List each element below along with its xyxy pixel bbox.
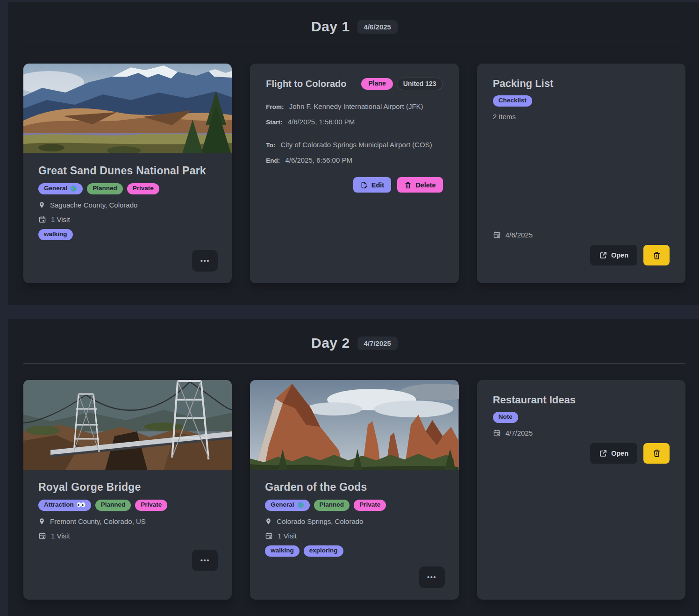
category-label: General xyxy=(44,185,67,193)
red-rocks-illustration xyxy=(250,380,458,470)
place-badges: General Planned Private xyxy=(38,183,218,194)
start-label: Start: xyxy=(266,119,282,126)
items-count: 2 Items xyxy=(493,113,670,121)
edit-label: Edit xyxy=(371,181,384,189)
royal-gorge-photo xyxy=(23,380,232,470)
delete-button[interactable]: Delete xyxy=(397,177,443,193)
great-sand-dunes-photo xyxy=(23,64,232,153)
map-pin-icon xyxy=(38,517,45,525)
place-badges: General Planned Private xyxy=(265,500,444,511)
attachment-card-restaurant-ideas: Restaurant Ideas Note 4/7/2025 Open xyxy=(477,380,685,600)
kind-badge: Note xyxy=(493,412,518,423)
end-row: End: 4/6/2025, 6:56:00 PM xyxy=(266,156,442,164)
visits-row: 1 Visit xyxy=(38,532,218,540)
delete-label: Delete xyxy=(415,181,436,189)
end-label: End: xyxy=(266,157,280,164)
day-2-date-badge: 4/7/2025 xyxy=(357,337,398,350)
date-row: 4/7/2025 xyxy=(493,429,670,437)
garden-of-the-gods-photo xyxy=(250,380,458,470)
visits-text: 1 Visit xyxy=(51,215,70,223)
day-2-cards: Royal Gorge Bridge Attraction Planned Pr… xyxy=(23,380,685,600)
more-options-button[interactable]: ••• xyxy=(192,550,218,571)
transportation-card-flight: Flight to Colorado Plane United 123 From… xyxy=(250,64,458,283)
calendar-icon xyxy=(38,532,46,540)
location-text: Colorado Springs, Colorado xyxy=(277,517,363,525)
globe-icon xyxy=(297,501,304,509)
more-options-button[interactable]: ••• xyxy=(419,566,445,588)
delete-attachment-button[interactable] xyxy=(643,245,670,265)
location-row: Colorado Springs, Colorado xyxy=(265,517,444,525)
day-2-section: Day 2 4/7/2025 xyxy=(8,319,699,616)
more-options-dots: ••• xyxy=(200,257,210,265)
sand-dunes-illustration xyxy=(23,64,232,153)
location-row: Fremont County, Colorado, US xyxy=(38,517,218,525)
attachment-actions: Open xyxy=(493,245,670,265)
category-badge: General xyxy=(265,500,309,511)
day-1-title: Day 1 xyxy=(311,19,350,35)
day-1-date-badge: 4/6/2025 xyxy=(357,20,398,34)
external-link-icon xyxy=(599,449,607,458)
start-row: Start: 4/6/2025, 1:56:00 PM xyxy=(266,118,442,126)
from-row: From: John F. Kennedy International Airp… xyxy=(266,102,442,110)
attachment-kind-row: Note xyxy=(493,412,670,423)
trash-icon xyxy=(652,449,661,458)
day-2-header: Day 2 4/7/2025 xyxy=(23,335,685,351)
bridge-illustration xyxy=(23,380,232,470)
eyes-icon xyxy=(77,502,86,508)
status-badge: Planned xyxy=(87,183,123,194)
attachment-actions: Open xyxy=(493,443,670,464)
open-button[interactable]: Open xyxy=(590,245,637,265)
category-badge: General xyxy=(38,183,83,194)
date-text: 4/6/2025 xyxy=(506,231,533,239)
status-badge: Planned xyxy=(314,500,350,511)
place-title: Great Sand Dunes National Park xyxy=(38,165,218,177)
delete-attachment-button[interactable] xyxy=(643,443,670,464)
edit-button[interactable]: Edit xyxy=(353,177,391,193)
open-label: Open xyxy=(611,450,628,457)
attachment-kind-row: Checklist xyxy=(493,95,670,107)
visibility-badge: Private xyxy=(127,183,159,194)
transport-mode-badge: Plane xyxy=(361,78,392,90)
more-options-dots: ••• xyxy=(427,573,436,581)
place-card-garden-of-the-gods: Garden of the Gods General Planned Priva… xyxy=(250,380,458,600)
trash-icon xyxy=(404,181,412,189)
tag-badge: exploring xyxy=(304,545,343,557)
location-text: Fremont County, Colorado, US xyxy=(50,517,146,525)
calendar-icon xyxy=(493,429,501,437)
tags-row: walking exploring xyxy=(265,545,444,557)
place-title: Royal Gorge Bridge xyxy=(38,481,218,494)
end-value: 4/6/2025, 6:56:00 PM xyxy=(285,156,352,164)
category-label: Attraction xyxy=(44,501,74,509)
attachment-card-packing-list: Packing List Checklist 2 Items 4/6/2025 … xyxy=(477,64,685,283)
attachment-title: Packing List xyxy=(493,78,670,90)
map-pin-icon xyxy=(38,201,45,209)
flight-title: Flight to Colorado xyxy=(266,79,346,89)
flight-actions: Edit Delete xyxy=(266,177,442,193)
trash-icon xyxy=(652,251,661,260)
day-1-section: Day 1 4/6/2025 xyxy=(8,2,699,305)
map-pin-icon xyxy=(265,517,272,525)
attachment-title: Restaurant Ideas xyxy=(493,394,670,406)
to-label: To: xyxy=(266,142,275,149)
attachment-footer: 4/6/2025 Open xyxy=(493,231,670,265)
visibility-badge: Private xyxy=(354,500,386,511)
calendar-icon xyxy=(38,215,46,223)
category-badge: Attraction xyxy=(38,500,91,511)
visits-row: 1 Visit xyxy=(265,532,444,540)
globe-icon xyxy=(70,185,77,192)
location-text: Saguache County, Colorado xyxy=(50,201,137,209)
date-text: 4/7/2025 xyxy=(506,429,533,437)
day-1-cards: Great Sand Dunes National Park General P… xyxy=(23,64,685,283)
status-badge: Planned xyxy=(95,500,131,511)
visibility-badge: Private xyxy=(135,500,167,511)
to-value: City of Colorado Springs Municipal Airpo… xyxy=(281,141,432,149)
from-value: John F. Kennedy International Airport (J… xyxy=(289,102,423,110)
more-options-button[interactable]: ••• xyxy=(192,250,218,272)
place-card-royal-gorge-bridge: Royal Gorge Bridge Attraction Planned Pr… xyxy=(23,380,232,600)
open-button[interactable]: Open xyxy=(590,443,637,464)
external-link-icon xyxy=(599,251,607,259)
tag-badge: walking xyxy=(265,545,300,557)
tag-badge: walking xyxy=(38,229,73,240)
edit-icon xyxy=(360,181,368,189)
open-label: Open xyxy=(611,251,628,259)
